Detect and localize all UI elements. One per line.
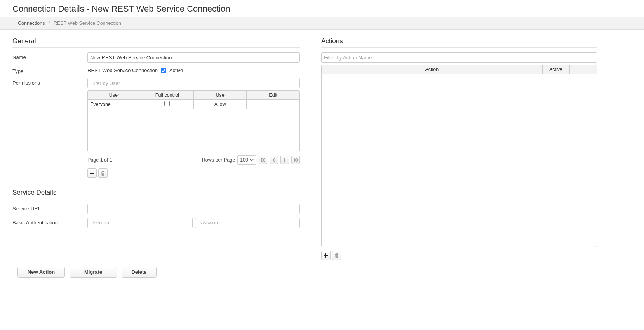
perm-cell-edit bbox=[247, 100, 299, 109]
permissions-delete-button[interactable] bbox=[98, 168, 108, 178]
password-input[interactable] bbox=[195, 218, 300, 228]
perm-cell-use: Allow bbox=[194, 100, 247, 109]
delete-button[interactable]: Delete bbox=[122, 267, 157, 278]
page-title-bar: Connection Details - New REST Web Servic… bbox=[0, 0, 644, 17]
pager-prev-button[interactable] bbox=[270, 156, 278, 164]
type-value: REST Web Service Connection bbox=[87, 68, 158, 73]
plus-icon bbox=[89, 170, 95, 176]
rows-per-page-select[interactable]: 100 bbox=[237, 155, 256, 165]
service-url-label: Service URL bbox=[12, 204, 87, 212]
breadcrumb-link-connections[interactable]: Connections bbox=[18, 21, 45, 26]
rows-per-page-label: Rows per Page bbox=[202, 157, 235, 163]
plus-icon bbox=[323, 253, 329, 258]
permissions-filter-input[interactable] bbox=[87, 78, 300, 88]
perm-cell-user: Everyone bbox=[88, 100, 141, 109]
chevron-right-icon bbox=[283, 158, 287, 162]
type-label: Type bbox=[12, 66, 87, 74]
chevron-double-left-icon bbox=[260, 158, 266, 162]
actions-empty-area bbox=[322, 74, 597, 247]
general-header: General bbox=[12, 37, 300, 48]
breadcrumb: Connections / REST Web Service Connectio… bbox=[0, 17, 644, 30]
perm-cell-full bbox=[141, 100, 193, 109]
actions-filter-input[interactable] bbox=[321, 52, 597, 63]
name-input[interactable] bbox=[87, 52, 300, 63]
chevron-left-icon bbox=[272, 158, 276, 162]
breadcrumb-current: REST Web Service Connection bbox=[54, 21, 121, 26]
pager-next-button[interactable] bbox=[280, 156, 289, 164]
perm-full-checkbox[interactable] bbox=[164, 101, 170, 106]
service-url-input[interactable] bbox=[87, 204, 300, 214]
perm-col-edit: Edit bbox=[247, 91, 299, 100]
active-label: Active bbox=[169, 68, 183, 73]
pager-last-button[interactable] bbox=[291, 156, 300, 164]
new-action-button[interactable]: New Action bbox=[17, 267, 65, 278]
permissions-add-button[interactable] bbox=[87, 168, 97, 178]
trash-icon bbox=[334, 253, 339, 258]
actions-add-button[interactable] bbox=[321, 251, 331, 260]
actions-col-blank bbox=[569, 65, 597, 74]
chevron-double-right-icon bbox=[293, 158, 298, 162]
trash-icon bbox=[100, 170, 106, 176]
actions-col-action: Action bbox=[322, 65, 542, 74]
basic-auth-label: Basic Authentication bbox=[12, 218, 87, 226]
actions-delete-button[interactable] bbox=[332, 251, 341, 260]
perm-col-user: User bbox=[88, 91, 141, 100]
pager-text: Page 1 of 1 bbox=[87, 157, 112, 163]
actions-table: Action Active bbox=[321, 65, 597, 247]
permissions-table: User Full control Use Edit Everyone bbox=[87, 90, 300, 151]
breadcrumb-separator: / bbox=[49, 21, 50, 26]
perm-col-full: Full control bbox=[141, 91, 193, 100]
rows-per-page-value: 100 bbox=[240, 157, 248, 163]
actions-col-active: Active bbox=[542, 65, 569, 74]
name-label: Name bbox=[12, 52, 87, 60]
service-details-header: Service Details bbox=[12, 189, 300, 199]
perm-col-use: Use bbox=[194, 91, 247, 100]
permissions-label: Permissions bbox=[12, 78, 87, 86]
active-checkbox[interactable] bbox=[161, 68, 166, 73]
migrate-button[interactable]: Migrate bbox=[70, 267, 117, 278]
pager-first-button[interactable] bbox=[259, 156, 267, 164]
username-input[interactable] bbox=[87, 218, 193, 228]
table-row[interactable]: Everyone Allow bbox=[88, 100, 299, 109]
actions-header: Actions bbox=[321, 37, 597, 48]
page-title: Connection Details - New REST Web Servic… bbox=[12, 4, 632, 14]
chevron-down-icon bbox=[250, 158, 254, 162]
